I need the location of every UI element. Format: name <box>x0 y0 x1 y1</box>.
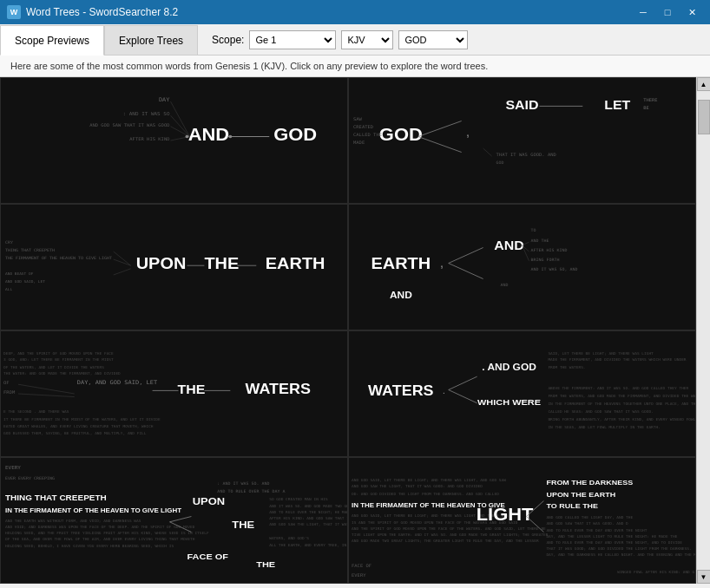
svg-text:FROM THE DARKNESS: FROM THE DARKNESS <box>546 479 633 487</box>
svg-text:WHICH WERE: WHICH WERE <box>477 398 541 407</box>
svg-text:DEEP, AND THE SPIRIT OF GOD MO: DEEP, AND THE SPIRIT OF GOD MOVED UPON T… <box>3 351 114 356</box>
svg-text:AND: AND <box>188 125 230 144</box>
scroll-track[interactable] <box>697 91 710 570</box>
svg-text:GOD: GOD <box>273 125 317 144</box>
svg-text:WATERS: WATERS <box>368 383 433 399</box>
scope-select[interactable]: Ge 1 Ge 2 Ex 1 <box>249 30 336 49</box>
svg-text:IN THE SEAS, AND LET FOWL MULT: IN THE SEAS, AND LET FOWL MULTIPLY IN TH… <box>548 426 660 430</box>
svg-text:,: , <box>440 256 444 270</box>
svg-text:EVERY: EVERY <box>352 572 366 578</box>
svg-text:AND TO RULE OVER THE DAY A: AND TO RULE OVER THE DAY A <box>217 489 285 493</box>
tree-cell-upon-earth[interactable]: CRY THING THAT CREEPETH THE FIRMAMENT OF… <box>0 204 348 330</box>
svg-text:CREATED: CREATED <box>353 125 373 130</box>
svg-text:EARTH: EARTH <box>266 255 325 272</box>
svg-text:FACE OF: FACE OF <box>187 552 227 560</box>
version-select[interactable]: KJV ESV NIV <box>341 30 393 49</box>
svg-text:THING THAT CREEPETH: THING THAT CREEPETH <box>5 248 55 252</box>
svg-text:GOD: GOD <box>496 160 504 165</box>
title-bar: W Word Trees - SwordSearcher 8.2 ─ □ ✕ <box>0 0 710 24</box>
svg-text:HOLDING SEED, AND THE FRUIT TR: HOLDING SEED, AND THE FRUIT TREE YIELDIN… <box>5 531 209 535</box>
svg-point-12 <box>185 135 188 139</box>
tree-cell-light[interactable]: AND GOD SAID, LET THERE BE LIGHT; AND TH… <box>348 457 696 584</box>
svg-text:AFTER HIS KIND: AFTER HIS KIND <box>129 136 169 141</box>
tree-cell-of-from-waters[interactable]: DEEP, AND THE SPIRIT OF GOD MOVED UPON T… <box>0 330 348 457</box>
svg-text:OD: AND GOD DIVIDED THE LIGHT : OD: AND GOD DIVIDED THE LIGHT FROM THE D… <box>352 492 499 496</box>
svg-text:CALLED THE: CALLED THE <box>353 133 382 138</box>
svg-text:AND TO RULE OVER THE DAY AND O: AND TO RULE OVER THE DAY AND OVER THE NI… <box>546 528 647 532</box>
svg-text:THAT IT WAS GOOD; AND GOD DIVI: THAT IT WAS GOOD; AND GOD DIVIDED THE LI… <box>546 546 691 551</box>
svg-text:MADE: MADE <box>353 140 365 146</box>
scroll-thumb[interactable] <box>698 100 710 134</box>
info-bar: Here are some of the most common words f… <box>0 56 710 77</box>
svg-text:AND GOD SAW THAT IT WAS GOOD: AND GOD SAW THAT IT WAS GOOD <box>89 122 169 127</box>
svg-text:TO RULE THE: TO RULE THE <box>546 502 598 510</box>
svg-text:AND TO RULE OVER THE NIGHT; HE: AND TO RULE OVER THE NIGHT; HE MADE THE … <box>269 510 347 514</box>
maximize-button[interactable]: □ <box>656 4 679 20</box>
scrollbar[interactable]: ▲ ▼ <box>696 77 710 584</box>
svg-text:WATERS: WATERS <box>245 382 310 397</box>
svg-text:OF THE WATERS, AND LET IT DIVI: OF THE WATERS, AND LET IT DIVIDE THE WAT… <box>3 365 104 369</box>
svg-text:AND GOD SAID, LET: AND GOD SAID, LET <box>5 279 45 284</box>
svg-text:ALL THE EARTH, AND EVERY TREE,: ALL THE EARTH, AND EVERY TREE, IN IT <box>269 543 347 547</box>
svg-text:AND GOD SAW THE LIGHT, THAT IT: AND GOD SAW THE LIGHT, THAT IT WAS GOOD:… <box>352 484 483 488</box>
svg-text:EVERY: EVERY <box>5 466 22 471</box>
svg-text:AND THE: AND THE <box>530 238 549 243</box>
svg-text:ABOVE THE FIRMAMENT: AND IT WA: ABOVE THE FIRMAMENT: AND IT WAS SO. AND … <box>548 387 688 391</box>
svg-text:: AND IT WAS SO. AND: : AND IT WAS SO. AND <box>217 482 269 487</box>
svg-text:THE WATER: AND GOD MADE THE FI: THE WATER: AND GOD MADE THE FIRMAMENT, A… <box>3 372 121 376</box>
svg-text:FACE OF: FACE OF <box>352 563 371 568</box>
tree-cell-waters-which[interactable]: WATERS . . AND GOD WHICH WERE SAID, LET … <box>348 330 696 457</box>
svg-text:AND: AND <box>390 291 412 300</box>
svg-text:BE: BE <box>643 105 649 110</box>
tab-explore-trees-label: Explore Trees <box>119 35 183 47</box>
tree-cell-and-god[interactable]: DAY : AND IT WAS SO AND GOD SAW THAT IT … <box>0 77 348 204</box>
svg-text:AND VOID; AND DARKNESS WAS UPO: AND VOID; AND DARKNESS WAS UPON THE FACE… <box>5 525 195 529</box>
tree-cell-every-thing[interactable]: EVERY EVER EVERY CREEPING THING THAT CRE… <box>0 457 348 584</box>
svg-text:EATED GREAT WHALES, AND EVERY : EATED GREAT WHALES, AND EVERY LIVING CRE… <box>3 424 154 428</box>
window-controls: ─ □ ✕ <box>632 4 703 20</box>
svg-text:DAY, AND THE LESSER LIGHT TO R: DAY, AND THE LESSER LIGHT TO RULE THE NI… <box>546 534 677 539</box>
svg-text:OF THE SEA, AND OVER THE FOWL : OF THE SEA, AND OVER THE FOWL OF THE AIR… <box>5 538 195 542</box>
svg-text:CRY: CRY <box>5 240 13 245</box>
svg-text:AND GOD SAID, LET THERE BE LIG: AND GOD SAID, LET THERE BE LIGHT; AND TH… <box>352 478 506 482</box>
minimize-button[interactable]: ─ <box>632 4 654 20</box>
tree-cell-earth-and[interactable]: EARTH , AND TO AND THE AFTER HIS KIND BR… <box>348 204 696 330</box>
svg-text:THE: THE <box>178 382 206 396</box>
scope-label: Scope: <box>212 34 244 46</box>
svg-text:AND: AND <box>501 284 509 288</box>
svg-text:FROM: FROM <box>3 389 15 395</box>
svg-text:WATERS, AND GOD'S: WATERS, AND GOD'S <box>269 537 309 541</box>
close-button[interactable]: ✕ <box>680 4 703 20</box>
svg-text:IT THERE BE FIRMAMENT IN THE M: IT THERE BE FIRMAMENT IN THE MIDST OF TH… <box>3 417 161 421</box>
scroll-up-button[interactable]: ▲ <box>697 77 711 91</box>
info-text: Here are some of the most common words f… <box>10 61 488 71</box>
svg-text:TO: TO <box>530 229 536 233</box>
tree-cell-god-said[interactable]: GOD , SAID SAW CREATED CALLED THE MADE L… <box>348 77 696 204</box>
svg-text:AND: AND <box>494 238 524 252</box>
toolbar: Scope Previews Explore Trees Scope: Ge 1… <box>0 24 710 56</box>
tree-grid: DAY : AND IT WAS SO AND GOD SAW THAT IT … <box>0 77 696 584</box>
svg-text:DAY, AND GOD SAID, LET: DAY, AND GOD SAID, LET <box>77 380 157 387</box>
svg-text:BRING FORTH: BRING FORTH <box>530 258 559 262</box>
word-select[interactable]: GOD AND THE <box>398 30 468 49</box>
svg-text:IN THE FIRMAMENT OF THE HEAVEN: IN THE FIRMAMENT OF THE HEAVEN TO GIVE L… <box>5 506 181 514</box>
svg-point-13 <box>228 135 232 139</box>
svg-text:EARTH: EARTH <box>371 255 431 272</box>
svg-text:CALLED HE SEAS: AND GOD SAW TH: CALLED HE SEAS: AND GOD SAW THAT IT WAS … <box>548 410 653 415</box>
svg-text:IN THE FIRMAMENT OF THE HEAVEN: IN THE FIRMAMENT OF THE HEAVENS TOGETHER… <box>548 402 695 407</box>
svg-text:BRING FORTH ABUNDANTLY, AFTER : BRING FORTH ABUNDANTLY, AFTER THEIR KIND… <box>548 418 695 422</box>
svg-text:LIGHT: LIGHT <box>477 505 534 524</box>
tab-explore-trees[interactable]: Explore Trees <box>104 25 198 56</box>
toolbar-controls: Scope: Ge 1 Ge 2 Ex 1 KJV ESV NIV GOD AN… <box>205 24 475 55</box>
scroll-down-button[interactable]: ▼ <box>697 570 711 584</box>
main-content: DAY : AND IT WAS SO AND GOD SAW THAT IT … <box>0 77 710 584</box>
svg-text:AND IT WAS SO, AND: AND IT WAS SO, AND <box>530 267 577 271</box>
svg-text:GOD BLESSED THEM, SAYING, BE F: GOD BLESSED THEM, SAYING, BE FRUITFUL, A… <box>3 431 147 435</box>
svg-text:EVER EVERY CREEPING: EVER EVERY CREEPING <box>5 476 55 480</box>
svg-text:. AND GOD: . AND GOD <box>482 363 536 372</box>
svg-text:DAY: DAY <box>159 96 170 103</box>
svg-text:.: . <box>443 386 445 395</box>
svg-text:DAY, AND THE DARKNESS HE CALLE: DAY, AND THE DARKNESS HE CALLED NIGHT. A… <box>546 553 695 558</box>
tab-scope-previews[interactable]: Scope Previews <box>0 25 104 56</box>
svg-text:THERE: THERE <box>643 97 658 102</box>
